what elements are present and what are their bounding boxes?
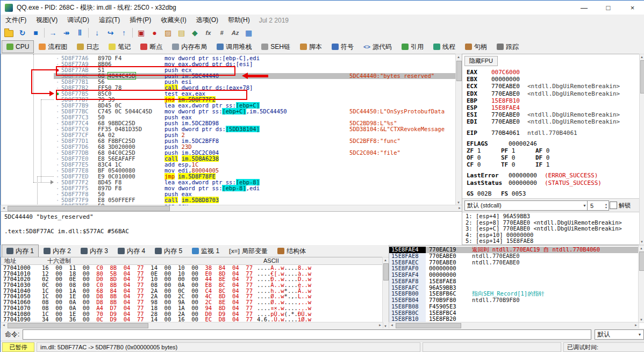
stack-argument-row[interactable]: 3: [esp+C] 770EABE0 <ntdll.DbgUiRemoteBr…: [466, 226, 638, 232]
register-row[interactable]: OF 0SF 0DF 0: [467, 154, 633, 161]
register-row[interactable]: EAX007C6000: [467, 69, 633, 76]
menu-file[interactable]: 文件(F): [1, 15, 31, 26]
register-value: 00000000: [509, 179, 537, 186]
x32dbg-window: QQ.exe - PID: 268C - 模块: im.dll - 线程: 25…: [0, 0, 644, 352]
tab-struct[interactable]: 结构体: [273, 245, 311, 257]
instruction-comment: [349, 91, 456, 97]
flag-name: DF: [535, 154, 542, 161]
tab-dump-4[interactable]: 内存 4: [113, 245, 150, 257]
tab-watch-1[interactable]: 监视 1: [187, 245, 224, 257]
stack-row[interactable]: 15E8FB0015E8FB6C指向SEH_Record[1]的指针: [389, 291, 644, 297]
menu-plugins[interactable]: 插件(P): [125, 15, 156, 26]
tab-notes[interactable]: 笔记: [104, 40, 135, 53]
strings-button[interactable]: Az: [228, 27, 242, 39]
stack-argument-row[interactable]: 5: [esp+14] 15E8FAE8: [466, 238, 638, 245]
tab-graph[interactable]: 流程图: [34, 40, 72, 53]
menu-trace[interactable]: 追踪(T): [94, 15, 125, 26]
calling-convention-select[interactable]: 默认 (stdcall) ▼: [464, 200, 589, 211]
pause-button[interactable]: ‖: [73, 27, 87, 39]
breakpoints-button[interactable]: ●: [148, 27, 161, 39]
stack-argument-row[interactable]: 1: [esp+4] 96A59BB3: [466, 213, 638, 220]
tab-symbols[interactable]: 符号: [327, 40, 359, 53]
stack-row[interactable]: 15E8FB0C15E8FBC4: [389, 310, 644, 317]
hide-fpu-button[interactable]: 隐藏FPU: [464, 56, 498, 66]
tab-references[interactable]: 引用: [397, 40, 428, 53]
menu-view[interactable]: 视图(V): [31, 15, 62, 26]
close-window-button[interactable]: ×: [620, 1, 644, 15]
stack-row[interactable]: 15E8FAEC770EABE0ntdll.770EABE0: [389, 260, 644, 266]
tab-dump-5[interactable]: 内存 5: [150, 245, 187, 257]
tab-locals[interactable]: [x=]局部变量: [224, 245, 273, 257]
calculator-button[interactable]: #: [215, 27, 228, 39]
stack-row[interactable]: 15E8FAE8770EABE0ntdll.770EABE0: [389, 253, 644, 260]
register-row[interactable]: ESP15E8FAE4: [467, 104, 633, 111]
tab-memory-map[interactable]: 内存布局: [167, 40, 212, 53]
register-value: 15E8FAE4: [491, 104, 520, 111]
tab-cpu[interactable]: CPU: [2, 40, 34, 53]
stack-row[interactable]: 15E8FAE4770EAC19返回到 ntdll.770EAC19 自 ntd…: [389, 247, 644, 253]
registers-scrollbar[interactable]: ▲ ▼: [639, 54, 644, 245]
stack-row[interactable]: 15E8FB08F45905E3: [389, 304, 644, 310]
restart-button[interactable]: ↻: [16, 27, 29, 39]
menu-favourites[interactable]: 收藏夹(I): [156, 15, 191, 26]
instruction-comment: [349, 85, 456, 91]
tab-dump-1[interactable]: 内存 1: [2, 245, 39, 257]
unlock-checkbox[interactable]: [610, 202, 617, 209]
register-row[interactable]: EDI770EABE0<ntdll.DbgUiRemoteBreakin>: [467, 118, 633, 125]
register-row[interactable]: LastStatus00000000(STATUS_SUCCESS): [467, 179, 633, 186]
function-button[interactable]: fx: [202, 27, 215, 39]
menu-debug[interactable]: 调试(D): [62, 15, 94, 26]
step-into-button[interactable]: ↓: [90, 27, 104, 39]
stack-vertical-scrollbar[interactable]: ▲ ▼: [638, 245, 644, 323]
tab-script[interactable]: 脚本: [295, 40, 327, 53]
run-button[interactable]: →: [46, 27, 60, 39]
stop-button[interactable]: ■: [29, 27, 42, 39]
graph-button[interactable]: ◆: [188, 27, 202, 39]
comments-button[interactable]: ▤: [175, 27, 188, 39]
patches-button[interactable]: ▨: [161, 27, 175, 39]
command-bar: 命令: 默认 ▼: [1, 328, 644, 341]
argument-count-spinner[interactable]: 5 ▲▼: [587, 200, 609, 211]
trace-record-button[interactable]: ▣: [134, 27, 148, 39]
minimize-button[interactable]: —: [572, 1, 596, 15]
register-row[interactable]: EDX770EABE0<ntdll.DbgUiRemoteBreakin>: [467, 90, 633, 97]
command-profile-select[interactable]: 默认 ▼: [595, 329, 644, 340]
tab-call-stack[interactable]: 调用堆栈: [212, 40, 256, 53]
register-row[interactable]: EFLAGS00000246: [467, 140, 633, 147]
stack-row[interactable]: 15E8FAF400000000: [389, 272, 644, 278]
command-input[interactable]: [23, 329, 591, 340]
tab-seh-chain[interactable]: SEH链: [256, 40, 295, 53]
menu-help[interactable]: 帮助(H): [223, 15, 255, 26]
stack-row[interactable]: 15E8FB04770B9F80ntdll.770B9F80: [389, 297, 644, 304]
run-to-user-button[interactable]: ↠: [60, 27, 73, 39]
maximize-button[interactable]: □: [596, 1, 620, 15]
menu-options[interactable]: 选项(O): [191, 15, 223, 26]
stack-row[interactable]: 15E8FAFC96A59BB3: [389, 285, 644, 291]
register-row[interactable]: LastError00000000(ERROR_SUCCESS): [467, 172, 633, 179]
tab-dump-3[interactable]: 内存 3: [76, 245, 113, 257]
tab-breakpoints[interactable]: 断点: [135, 40, 167, 53]
open-file-button[interactable]: [2, 27, 16, 39]
tab-handles[interactable]: 句柄: [460, 40, 492, 53]
restart-icon: ↻: [19, 28, 26, 37]
tab-trace[interactable]: 跟踪: [492, 40, 524, 53]
register-row[interactable]: GS 002BFS 0053: [467, 190, 633, 197]
register-row[interactable]: EBP15E8FB10: [467, 97, 633, 104]
register-row[interactable]: CF 0TF 0IF 1: [467, 161, 633, 168]
register-row[interactable]: ESI770EABE0<ntdll.DbgUiRemoteBreakin>: [467, 111, 633, 118]
register-row[interactable]: ZF 1PF 1AF 0: [467, 147, 633, 154]
tab-source[interactable]: <>源代码: [359, 40, 397, 53]
execute-till-return-button[interactable]: ↑: [117, 27, 131, 39]
register-row[interactable]: EBX00000000: [467, 76, 633, 83]
step-over-button[interactable]: ↪: [104, 27, 117, 39]
stack-row[interactable]: 15E8FAF000000000: [389, 265, 644, 272]
tab-dump-2[interactable]: 内存 2: [39, 245, 76, 257]
stack-row[interactable]: 15E8FAF815E8FAE8: [389, 278, 644, 285]
register-row[interactable]: EIP770B4061ntdll.770B4061: [467, 130, 633, 137]
memory-map-button[interactable]: ▦: [242, 27, 255, 39]
tab-threads[interactable]: 线程: [428, 40, 460, 53]
register-row[interactable]: ECX770EABE0<ntdll.DbgUiRemoteBreakin>: [467, 83, 633, 90]
flag-value: 0: [474, 154, 481, 161]
tab-log[interactable]: 日志: [72, 40, 104, 53]
jump-gutter: [1, 138, 54, 144]
